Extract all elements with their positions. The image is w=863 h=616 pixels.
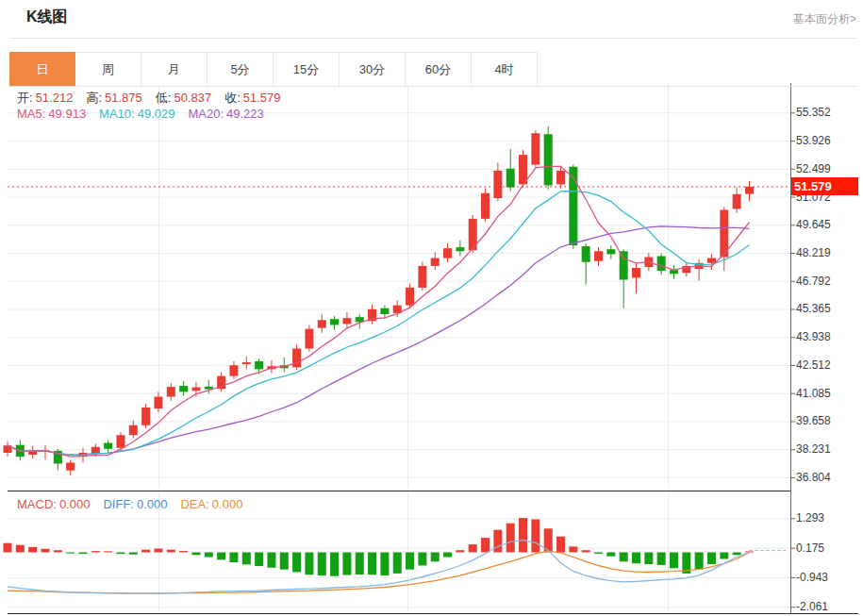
price-axis-label: 48.219 <box>796 246 831 259</box>
tab-month[interactable]: 月 <box>141 52 207 87</box>
macd-axis-label: 0.175 <box>796 541 824 555</box>
macd-axis-label: -0.943 <box>796 571 828 584</box>
ohlc-row-high-value: 51.875 <box>105 91 142 105</box>
price-axis-label: 39.658 <box>796 414 831 427</box>
price-axis-label: 45.365 <box>796 302 831 315</box>
tab-5min[interactable]: 5分 <box>207 52 274 87</box>
tab-4hour[interactable]: 4时 <box>472 52 538 87</box>
tab-15min[interactable]: 15分 <box>274 52 340 87</box>
macd-legend: MACD:0.000DIFF:0.000DEA:0.000 <box>17 497 256 511</box>
ma-row-ma10: MA10:49.029 <box>99 107 174 121</box>
last-price-badge: 51.579 <box>791 177 858 195</box>
price-axis-label: 43.938 <box>796 330 831 343</box>
interval-tabbar: 日周月5分15分30分60分4时 <box>9 52 538 87</box>
macd-row-diff-value: 0.000 <box>137 497 168 511</box>
price-axis-label: 46.792 <box>796 275 831 288</box>
kline-chart-page: K线图 基本面分析> 日周月5分15分30分60分4时 开:51.212高:51… <box>0 0 863 616</box>
macd-row-dea: DEA:0.000 <box>180 497 242 511</box>
price-axis-label: 38.231 <box>796 442 831 456</box>
ohlc-row-low-value: 50.837 <box>174 91 211 105</box>
ma-row-ma10-value: 49.029 <box>138 107 175 121</box>
ma-legend: MA5:49.913MA10:49.029MA20:49.223 <box>17 107 277 121</box>
ma-row-ma5: MA5:49.913 <box>17 107 86 121</box>
page-title: K线图 <box>26 8 68 27</box>
header-divider <box>9 38 856 39</box>
ohlc-row-close: 收:51.579 <box>224 91 280 105</box>
tab-30min[interactable]: 30分 <box>340 52 406 87</box>
ohlc-row-open: 开:51.212 <box>17 91 73 105</box>
ma-row-ma20: MA20:49.223 <box>188 107 263 121</box>
ohlc-row-low: 低:50.837 <box>156 91 211 105</box>
macd-row-dea-value: 0.000 <box>212 497 243 511</box>
ohlc-row-open-value: 51.212 <box>36 91 74 105</box>
ma-row-ma5-value: 49.913 <box>48 107 86 121</box>
tab-week[interactable]: 周 <box>75 52 141 87</box>
price-axis-label: 42.512 <box>796 358 831 372</box>
macd-axis-label: -2.061 <box>796 600 828 613</box>
price-axis-label: 52.499 <box>796 162 831 175</box>
tab-day[interactable]: 日 <box>9 52 75 87</box>
macd-row-macd: MACD:0.000 <box>17 497 90 511</box>
price-axis-label: 36.804 <box>796 471 831 484</box>
fundamental-analysis-link[interactable]: 基本面分析> <box>793 11 856 27</box>
price-axis-label: 41.085 <box>796 387 831 400</box>
price-axis-label: 49.645 <box>796 218 831 231</box>
tab-60min[interactable]: 60分 <box>406 52 472 87</box>
tabbar-underline <box>9 86 856 87</box>
ohlc-row-high: 高:51.875 <box>86 91 141 105</box>
ohlc-row-close-value: 51.579 <box>243 91 281 105</box>
ma-row-ma20-value: 49.223 <box>226 107 264 121</box>
price-axis-label: 55.352 <box>796 106 831 119</box>
price-axis-label: 53.926 <box>796 134 831 147</box>
macd-row-macd-value: 0.000 <box>59 497 91 511</box>
macd-axis-label: 1.293 <box>796 511 824 524</box>
ohlc-legend: 开:51.212高:51.875低:50.837收:51.579 <box>17 90 294 107</box>
macd-row-diff: DIFF:0.000 <box>103 497 167 511</box>
